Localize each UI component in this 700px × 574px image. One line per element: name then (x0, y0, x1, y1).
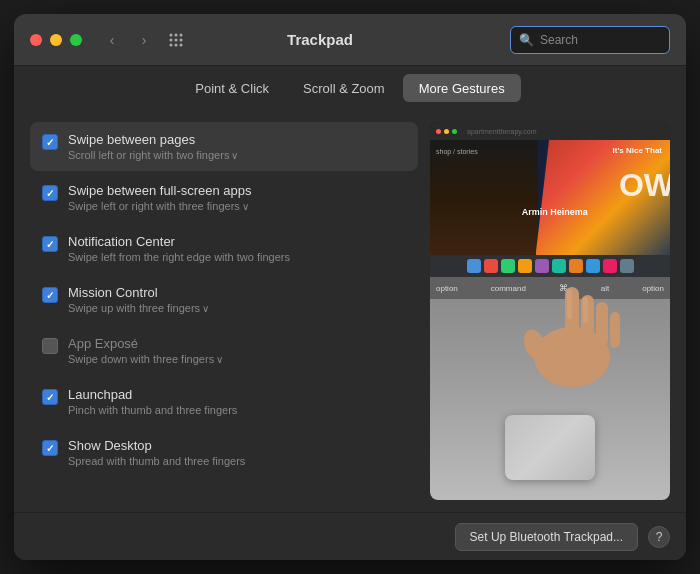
setting-subtitle-swipe-pages: Scroll left or right with two fingers ∨ (68, 149, 406, 161)
setting-text-notification-center: Notification Center Swipe left from the … (68, 234, 406, 263)
dock-icon-8 (586, 259, 600, 273)
setting-text-swipe-apps: Swipe between full-screen apps Swipe lef… (68, 183, 406, 212)
setting-subtitle-mission-control: Swipe up with three fingers ∨ (68, 302, 406, 314)
trackpad-surface (505, 415, 595, 480)
dropdown-arrow-app-expose: ∨ (216, 354, 223, 365)
title-bar: ‹ › Trackpad 🔍 (14, 14, 686, 66)
setting-subtitle-swipe-apps: Swipe left or right with three fingers ∨ (68, 200, 406, 212)
setting-text-launchpad: Launchpad Pinch with thumb and three fin… (68, 387, 406, 416)
preview-trackpad-area: option command ⌘ alt option (430, 277, 670, 500)
svg-rect-13 (596, 302, 608, 346)
screen-dot-yellow (444, 129, 449, 134)
screen-left-text: shop / stories (430, 140, 538, 163)
checkbox-mission-control[interactable]: ✓ (42, 287, 58, 303)
checkbox-show-desktop[interactable]: ✓ (42, 440, 58, 456)
screen-dots (436, 129, 457, 134)
dropdown-arrow-mission-control: ∨ (202, 303, 209, 314)
dock-icon-5 (535, 259, 549, 273)
traffic-lights (30, 34, 82, 46)
dock-icon-1 (467, 259, 481, 273)
checkmark-launchpad: ✓ (46, 392, 54, 403)
checkbox-notification-center[interactable]: ✓ (42, 236, 58, 252)
dock-icon-6 (552, 259, 566, 273)
checkmark-notification-center: ✓ (46, 239, 54, 250)
screen-big-letters: OW (619, 169, 670, 201)
dropdown-arrow-swipe-apps: ∨ (242, 201, 249, 212)
svg-rect-14 (610, 312, 620, 348)
setting-title-show-desktop: Show Desktop (68, 438, 406, 453)
preview-panel: apartmenttherapy.com shop / stories It's… (430, 122, 670, 500)
setting-title-mission-control: Mission Control (68, 285, 406, 300)
bottom-bar: Set Up Bluetooth Trackpad... ? (14, 512, 686, 560)
setting-mission-control[interactable]: ✓ Mission Control Swipe up with three fi… (30, 275, 418, 324)
checkbox-swipe-apps[interactable]: ✓ (42, 185, 58, 201)
setting-title-swipe-apps: Swipe between full-screen apps (68, 183, 406, 198)
setting-app-expose[interactable]: App Exposé Swipe down with three fingers… (30, 326, 418, 375)
setting-subtitle-launchpad: Pinch with thumb and three fingers (68, 404, 406, 416)
search-bar[interactable]: 🔍 (510, 26, 670, 54)
setting-title-notification-center: Notification Center (68, 234, 406, 249)
setting-notification-center[interactable]: ✓ Notification Center Swipe left from th… (30, 224, 418, 273)
setting-title-launchpad: Launchpad (68, 387, 406, 402)
setting-swipe-pages[interactable]: ✓ Swipe between pages Scroll left or rig… (30, 122, 418, 171)
browser-url: apartmenttherapy.com (467, 128, 537, 135)
screen-artist-name: Armin Heinema (522, 207, 588, 217)
preview-screen: apartmenttherapy.com shop / stories It's… (430, 122, 670, 277)
setting-text-show-desktop: Show Desktop Spread with thumb and three… (68, 438, 406, 467)
dropdown-arrow-swipe-pages: ∨ (231, 150, 238, 161)
screen-brand-text: It's Nice That (613, 146, 662, 155)
tab-scroll-zoom[interactable]: Scroll & Zoom (287, 74, 401, 102)
setting-subtitle-app-expose: Swipe down with three fingers ∨ (68, 353, 406, 365)
help-button[interactable]: ? (648, 526, 670, 548)
main-window: ‹ › Trackpad 🔍 Point & Click Scroll & (14, 14, 686, 560)
window-title: Trackpad (130, 31, 510, 48)
screen-dot-green (452, 129, 457, 134)
checkmark-mission-control: ✓ (46, 290, 54, 301)
search-icon: 🔍 (519, 33, 534, 47)
main-content: ✓ Swipe between pages Scroll left or rig… (14, 110, 686, 512)
key-option2: option (642, 284, 664, 293)
dock-icon-7 (569, 259, 583, 273)
screen-browser-bar: apartmenttherapy.com (430, 122, 670, 140)
setting-subtitle-show-desktop: Spread with thumb and three fingers (68, 455, 406, 467)
hand-container (517, 277, 627, 401)
fullscreen-button[interactable] (70, 34, 82, 46)
screen-dock (430, 255, 670, 277)
checkbox-app-expose[interactable] (42, 338, 58, 354)
screen-left: shop / stories (430, 140, 538, 255)
back-button[interactable]: ‹ (98, 26, 126, 54)
checkmark-swipe-apps: ✓ (46, 188, 54, 199)
checkmark-show-desktop: ✓ (46, 443, 54, 454)
dock-icon-3 (501, 259, 515, 273)
minimize-button[interactable] (50, 34, 62, 46)
tab-more-gestures[interactable]: More Gestures (403, 74, 521, 102)
checkbox-swipe-pages[interactable]: ✓ (42, 134, 58, 150)
setting-subtitle-notification-center: Swipe left from the right edge with two … (68, 251, 406, 263)
preview-screen-inner: apartmenttherapy.com shop / stories It's… (430, 122, 670, 277)
close-button[interactable] (30, 34, 42, 46)
setting-swipe-apps[interactable]: ✓ Swipe between full-screen apps Swipe l… (30, 173, 418, 222)
bluetooth-setup-button[interactable]: Set Up Bluetooth Trackpad... (455, 523, 638, 551)
tab-point-click[interactable]: Point & Click (179, 74, 285, 102)
tabs-bar: Point & Click Scroll & Zoom More Gesture… (14, 66, 686, 110)
setting-show-desktop[interactable]: ✓ Show Desktop Spread with thumb and thr… (30, 428, 418, 477)
dock-icon-2 (484, 259, 498, 273)
svg-rect-16 (583, 297, 588, 323)
svg-rect-15 (567, 289, 572, 319)
setting-launchpad[interactable]: ✓ Launchpad Pinch with thumb and three f… (30, 377, 418, 426)
setting-text-mission-control: Mission Control Swipe up with three fing… (68, 285, 406, 314)
checkbox-launchpad[interactable]: ✓ (42, 389, 58, 405)
setting-title-swipe-pages: Swipe between pages (68, 132, 406, 147)
screen-dot-red (436, 129, 441, 134)
dock-icon-10 (620, 259, 634, 273)
setting-text-swipe-pages: Swipe between pages Scroll left or right… (68, 132, 406, 161)
checkmark-swipe-pages: ✓ (46, 137, 54, 148)
key-option: option (436, 284, 458, 293)
hand-svg (517, 277, 627, 397)
setting-text-app-expose: App Exposé Swipe down with three fingers… (68, 336, 406, 365)
dock-icon-9 (603, 259, 617, 273)
search-input[interactable] (540, 33, 661, 47)
settings-list: ✓ Swipe between pages Scroll left or rig… (30, 122, 418, 500)
setting-title-app-expose: App Exposé (68, 336, 406, 351)
dock-icon-4 (518, 259, 532, 273)
